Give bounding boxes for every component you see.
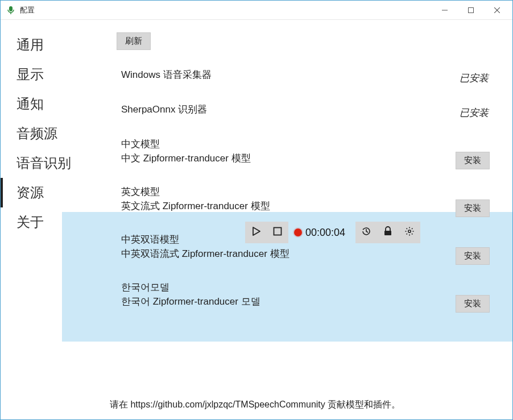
play-button[interactable] <box>245 222 267 243</box>
resource-desc: 中英双语流式 Zipformer-tranducer 模型 <box>121 247 490 260</box>
window-title: 配置 <box>20 5 35 15</box>
content-panel: 刷新 Windows 语音采集器 已安装 SherpaOnnx 识别器 已安装 … <box>98 20 512 419</box>
sidebar-item-audiosource[interactable]: 音频源 <box>1 119 98 148</box>
resource-desc: 英文流式 Zipformer-tranducer 模型 <box>121 199 490 213</box>
resource-row: 한국어모델 한국어 Zipformer-tranducer 모델 安装 <box>98 271 512 318</box>
resource-name: 英文模型 <box>121 185 490 198</box>
resource-name: 中文模型 <box>121 138 490 151</box>
sidebar-item-notify[interactable]: 通知 <box>1 89 98 119</box>
sidebar-item-display[interactable]: 显示 <box>1 60 98 89</box>
sidebar-item-general[interactable]: 通用 <box>1 30 98 60</box>
install-button[interactable]: 安装 <box>456 199 490 217</box>
resource-name: Windows 语音采集器 <box>121 68 490 81</box>
record-indicator-icon <box>294 228 302 236</box>
sidebar-item-asr[interactable]: 语音识别 <box>1 148 98 178</box>
svg-rect-3 <box>469 7 474 13</box>
minimize-button[interactable] <box>432 1 458 19</box>
close-button[interactable] <box>484 1 510 19</box>
recorder-timer: 00:00:04 <box>305 227 345 239</box>
resource-row: SherpaOnnx 识别器 已安装 <box>98 93 512 127</box>
stop-icon <box>273 227 282 238</box>
resource-row: 英文模型 英文流式 Zipformer-tranducer 模型 安装 <box>98 175 512 223</box>
resource-name: SherpaOnnx 识别器 <box>121 103 490 116</box>
svg-point-9 <box>408 230 411 232</box>
lock-button[interactable] <box>377 222 399 243</box>
sidebar-item-resources[interactable]: 资源 <box>1 178 98 207</box>
resource-desc: 한국어 Zipformer-tranducer 모델 <box>121 295 490 308</box>
resource-row: 中文模型 中文 Zipformer-tranducer 模型 安装 <box>98 127 512 175</box>
resource-desc: 中文 Zipformer-tranducer 模型 <box>121 152 490 165</box>
history-button[interactable] <box>355 222 377 243</box>
status-installed: 已安装 <box>460 72 489 85</box>
titlebar: 配置 <box>1 1 512 20</box>
install-button[interactable]: 安装 <box>456 247 490 265</box>
settings-button[interactable] <box>399 222 420 243</box>
gear-icon <box>404 226 415 239</box>
play-icon <box>251 226 261 239</box>
history-icon <box>361 226 371 239</box>
resource-row: Windows 语音采集器 已安装 <box>98 58 512 93</box>
refresh-button[interactable]: 刷新 <box>117 32 151 50</box>
resource-name: 한국어모델 <box>121 281 490 294</box>
svg-rect-7 <box>274 228 282 235</box>
lock-icon <box>383 226 392 239</box>
status-installed: 已安装 <box>460 106 489 119</box>
svg-rect-0 <box>9 6 13 11</box>
svg-marker-6 <box>253 227 260 235</box>
svg-rect-8 <box>384 231 391 235</box>
recorder-toolbar: 00:00:04 <box>245 221 420 244</box>
maximize-button[interactable] <box>458 1 484 19</box>
install-button[interactable]: 安装 <box>456 295 490 313</box>
install-button[interactable]: 安装 <box>456 152 490 169</box>
app-icon <box>6 6 15 15</box>
stop-button[interactable] <box>267 222 288 243</box>
footer-note: 请在 https://github.com/jxlpzqc/TMSpeechCo… <box>98 394 512 411</box>
